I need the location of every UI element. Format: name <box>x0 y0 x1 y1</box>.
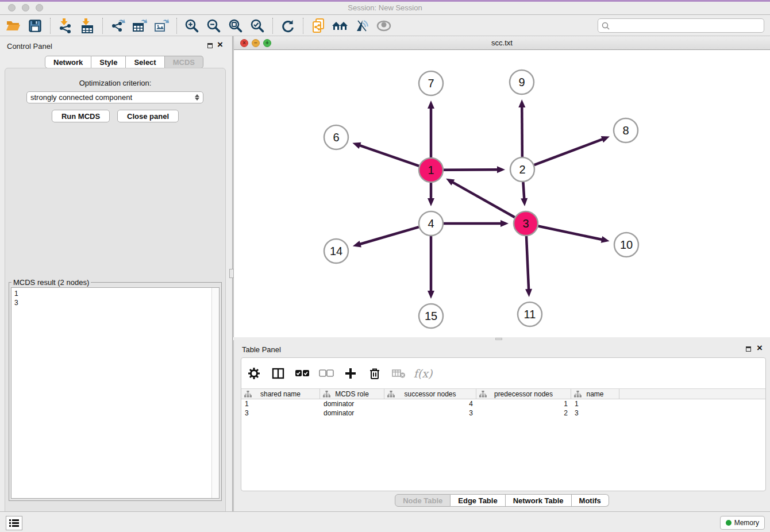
column-header-successor-nodes[interactable]: successor nodes <box>384 389 476 399</box>
close-table-panel-icon[interactable]: × <box>757 342 763 354</box>
zoom-out-icon[interactable] <box>203 17 225 35</box>
zoom-fit-icon[interactable] <box>225 17 247 35</box>
graph-node-label: 6 <box>333 131 339 144</box>
tab-network[interactable]: Network <box>45 56 91 68</box>
tab-select[interactable]: Select <box>126 56 164 68</box>
deselect-all-rows-icon[interactable] <box>318 365 334 381</box>
graph-edge-2-9[interactable] <box>522 106 522 157</box>
tab-motifs[interactable]: Motifs <box>572 494 609 507</box>
import-table-icon[interactable] <box>76 17 98 35</box>
node-table: shared nameMCDS rolesuccessor nodesprede… <box>241 388 765 418</box>
graph-edge-3-11[interactable] <box>526 236 529 290</box>
zoom-selected-icon[interactable] <box>247 17 268 35</box>
control-panel-tabs: NetworkStyleSelectMCDS <box>45 56 203 68</box>
table-cell[interactable]: 1 <box>241 399 320 408</box>
delete-table-icon <box>391 365 407 381</box>
column-header-name[interactable]: name <box>571 389 619 399</box>
main-toolbar <box>0 16 770 36</box>
open-file-icon[interactable] <box>2 17 24 35</box>
criterion-select[interactable]: strongly connected component <box>26 91 203 103</box>
tab-style[interactable]: Style <box>91 56 126 68</box>
table-cell[interactable]: 1 <box>571 399 619 408</box>
refresh-layout-icon[interactable] <box>277 17 299 35</box>
table-cell[interactable]: 3 <box>571 408 619 418</box>
column-tree-icon <box>244 391 252 398</box>
graph-edge-2-8[interactable] <box>534 139 603 165</box>
graph-edge-3-10[interactable] <box>538 226 603 240</box>
graph-edge-arrowhead <box>497 166 505 173</box>
graph-edge-1-6[interactable] <box>359 145 419 166</box>
export-network-icon[interactable] <box>107 17 129 35</box>
graph-edge-1-2[interactable] <box>444 169 498 170</box>
graph-edge-2-3[interactable] <box>523 182 524 199</box>
graph-node-label: 14 <box>330 245 342 257</box>
graph-edge-arrowhead <box>601 136 610 142</box>
table-rows: 1dominator4113dominator323 <box>241 399 765 418</box>
close-panel-icon[interactable]: × <box>217 39 223 51</box>
graph-node-label: 4 <box>428 217 434 230</box>
column-header-shared-name[interactable]: shared name <box>241 389 320 399</box>
eye-icon[interactable] <box>373 17 395 35</box>
close-panel-button[interactable]: Close panel <box>117 110 179 122</box>
memory-button[interactable]: Memory <box>720 516 765 530</box>
import-network-icon[interactable] <box>55 17 76 35</box>
toolbar-separator <box>176 18 177 34</box>
table-cell[interactable]: 4 <box>384 399 476 408</box>
graph-node-label: 9 <box>518 76 525 88</box>
tab-node-table[interactable]: Node Table <box>395 494 451 507</box>
column-tree-icon <box>323 391 330 398</box>
graph-node-label: 2 <box>519 163 525 176</box>
function-builder-icon: f(x) <box>415 365 431 381</box>
table-body: f(x) shared nameMCDS rolesuccessor nodes… <box>241 357 766 491</box>
graph-edge-arrowhead <box>518 99 525 107</box>
column-tree-icon <box>479 391 487 398</box>
search-box[interactable] <box>598 18 764 33</box>
tab-mcds[interactable]: MCDS <box>165 56 203 68</box>
table-cell[interactable]: dominator <box>320 408 384 418</box>
column-tree-icon <box>387 391 395 398</box>
mcds-result-group: MCDS result (2 nodes) 1 3 <box>9 282 222 501</box>
column-header-MCDS-role[interactable]: MCDS role <box>320 389 384 399</box>
criterion-value: strongly connected component <box>30 93 132 102</box>
graph-edge-4-14[interactable] <box>359 227 419 244</box>
table-row[interactable]: 3dominator323 <box>241 408 765 418</box>
result-scrollbar[interactable] <box>211 288 219 498</box>
network-window-titlebar[interactable]: × − + scc.txt <box>234 36 770 50</box>
zoom-in-icon[interactable] <box>181 17 203 35</box>
memory-label: Memory <box>734 519 759 527</box>
add-column-icon[interactable] <box>342 365 359 381</box>
network-graph: 7968124314101511 <box>234 50 770 337</box>
list-icon <box>9 519 19 527</box>
export-table-icon[interactable] <box>129 17 151 35</box>
search-input[interactable] <box>613 22 760 30</box>
mcds-result-text[interactable]: 1 3 <box>11 287 220 499</box>
column-visibility-icon[interactable] <box>270 365 286 381</box>
save-session-icon[interactable] <box>24 17 46 35</box>
table-cell[interactable]: dominator <box>320 399 384 408</box>
column-tree-icon <box>574 391 582 398</box>
clone-network-icon[interactable] <box>307 17 329 35</box>
window-accent-strip <box>0 0 770 2</box>
home-icon[interactable] <box>329 17 351 35</box>
column-header-predecessor-nodes[interactable]: predecessor nodes <box>476 389 571 399</box>
run-mcds-button[interactable]: Run MCDS <box>52 110 110 122</box>
toolbar-separator <box>272 18 273 34</box>
float-panel-icon[interactable] <box>207 43 213 48</box>
table-cell[interactable]: 3 <box>384 408 476 418</box>
export-image-icon[interactable] <box>151 17 172 35</box>
graph-edge-3-1[interactable] <box>452 182 515 218</box>
table-cell[interactable]: 3 <box>241 408 320 418</box>
table-row[interactable]: 1dominator411 <box>241 399 765 408</box>
delete-column-icon[interactable] <box>367 365 383 381</box>
table-settings-icon[interactable] <box>246 365 262 381</box>
graph-edge-arrowhead <box>428 101 434 109</box>
tab-network-table[interactable]: Network Table <box>506 494 572 507</box>
network-canvas[interactable]: 7968124314101511 <box>234 50 770 337</box>
tab-edge-table[interactable]: Edge Table <box>451 494 505 507</box>
task-history-button[interactable] <box>6 516 22 530</box>
float-table-panel-icon[interactable] <box>746 346 751 352</box>
table-cell[interactable]: 1 <box>476 399 571 408</box>
show-graphics-details-icon[interactable] <box>351 17 373 35</box>
table-cell[interactable]: 2 <box>476 408 571 418</box>
select-all-rows-icon[interactable] <box>294 365 310 381</box>
